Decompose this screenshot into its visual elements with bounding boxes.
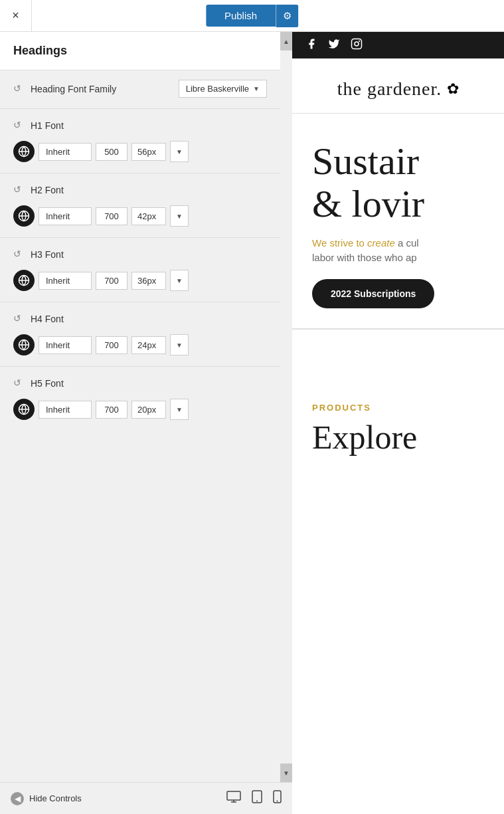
panel-title: Headings <box>13 44 67 57</box>
hide-controls-label: Hide Controls <box>29 793 82 803</box>
instagram-icon <box>351 38 363 52</box>
h4-globe-icon[interactable] <box>13 334 35 356</box>
h3-weight-input[interactable]: 700 <box>96 272 127 290</box>
h4-size-input[interactable]: 24px <box>131 336 166 354</box>
right-panel: the gardener. ✿ Sustair & lovir We striv… <box>292 32 504 814</box>
scroll-up-button[interactable]: ▲ <box>280 32 292 51</box>
h5-font-controls: Inherit 700 20px ▼ <box>13 399 267 420</box>
h2-inherit-value: Inherit <box>46 211 70 221</box>
h1-size-input[interactable]: 56px <box>131 143 166 161</box>
h4-inherit-value: Inherit <box>46 340 70 350</box>
hide-controls-button[interactable]: ◀ Hide Controls <box>0 792 92 805</box>
social-bar <box>292 32 504 58</box>
h1-font-section: ↺ H1 Font Inherit <box>0 109 280 173</box>
h2-font-controls: Inherit 700 42px ▼ <box>13 205 267 227</box>
heading-font-family-label: ↺ Heading Font Family <box>13 83 116 95</box>
h4-font-title: ↺ H4 Font <box>13 313 267 325</box>
panel-header: Headings <box>0 32 280 70</box>
h1-inherit-value: Inherit <box>46 147 70 157</box>
scroll-down-button[interactable]: ▼ <box>280 763 292 782</box>
view-buttons <box>224 787 292 809</box>
publish-area: Publish ⚙ <box>206 5 298 27</box>
h4-font-label: H4 Font <box>31 314 64 324</box>
heading-font-dropdown[interactable]: Libre Baskerville ▼ <box>179 80 267 98</box>
reset-h4-icon[interactable]: ↺ <box>13 313 25 325</box>
h5-font-title: ↺ H5 Font <box>13 377 267 389</box>
h4-inherit-dropdown[interactable]: Inherit <box>39 336 92 354</box>
hero-heading-line1: Sustair <box>312 140 484 183</box>
heading-font-value: Libre Baskerville <box>186 84 249 94</box>
h1-size-controls: 56px <box>131 143 166 161</box>
cta-button[interactable]: 2022 Subscriptions <box>312 279 434 308</box>
publish-settings-button[interactable]: ⚙ <box>276 5 298 27</box>
h2-inherit-dropdown[interactable]: Inherit <box>39 207 92 225</box>
reset-h2-icon[interactable]: ↺ <box>13 184 25 196</box>
h1-inline-controls: Inherit <box>39 143 92 161</box>
twitter-icon <box>328 38 340 52</box>
svg-rect-17 <box>352 39 362 49</box>
h3-inherit-dropdown[interactable]: Inherit <box>39 272 92 290</box>
h5-weight-input[interactable]: 700 <box>96 401 127 419</box>
brand-name: the gardener. <box>337 78 442 100</box>
desktop-view-button[interactable] <box>224 788 244 809</box>
hero-section: Sustair & lovir We strive to create a cu… <box>292 114 504 329</box>
left-panel: ▲ Headings ↺ Heading Font Family Libre B… <box>0 32 292 814</box>
h1-globe-icon[interactable] <box>13 141 35 162</box>
h4-weight-input[interactable]: 700 <box>96 336 127 354</box>
reset-heading-font-icon[interactable]: ↺ <box>13 83 25 95</box>
h4-dropdown-btn[interactable]: ▼ <box>170 334 189 356</box>
heading-font-family-section: ↺ Heading Font Family Libre Baskerville … <box>0 70 280 109</box>
hide-controls-arrow-icon: ◀ <box>11 792 24 805</box>
svg-point-19 <box>359 41 360 42</box>
h5-globe-icon[interactable] <box>13 399 35 420</box>
h3-size-input[interactable]: 36px <box>131 272 166 290</box>
products-section: PRODUCTS Explore <box>292 383 504 470</box>
h3-inherit-value: Inherit <box>46 276 70 286</box>
h2-weight-input[interactable]: 700 <box>96 207 127 225</box>
h5-dropdown-btn[interactable]: ▼ <box>170 399 189 420</box>
hero-heading-line2: & lovir <box>312 183 484 225</box>
heading-font-family-text: Heading Font Family <box>31 84 116 94</box>
h5-inherit-value: Inherit <box>46 405 70 415</box>
h2-globe-icon[interactable] <box>13 205 35 227</box>
mobile-view-button[interactable] <box>270 787 284 809</box>
h3-globe-icon[interactable] <box>13 270 35 291</box>
h4-font-section: ↺ H4 Font Inherit 700 <box>0 302 280 367</box>
h3-font-controls: Inherit 700 36px ▼ <box>13 270 267 291</box>
publish-button[interactable]: Publish <box>206 5 276 27</box>
svg-point-14 <box>256 801 258 802</box>
svg-point-18 <box>355 42 359 46</box>
h2-font-section: ↺ H2 Font Inherit 700 <box>0 173 280 238</box>
h3-dropdown-btn[interactable]: ▼ <box>170 270 189 291</box>
top-bar: × Publish ⚙ <box>0 0 504 32</box>
cta-label: 2022 Subscriptions <box>331 288 416 299</box>
h2-dropdown-btn[interactable]: ▼ <box>170 205 189 227</box>
h1-weight-input[interactable]: 500 <box>96 143 127 161</box>
h2-font-title: ↺ H2 Font <box>13 184 267 196</box>
h5-font-section: ↺ H5 Font Inherit 700 <box>0 367 280 441</box>
hero-heading: Sustair & lovir <box>312 140 484 225</box>
close-button[interactable]: × <box>0 0 32 32</box>
reset-h1-icon[interactable]: ↺ <box>13 120 25 132</box>
svg-rect-10 <box>227 791 240 800</box>
h2-size-input[interactable]: 42px <box>131 207 166 225</box>
h5-font-label: H5 Font <box>31 378 64 389</box>
h2-font-label: H2 Font <box>31 185 64 195</box>
heading-font-dropdown-arrow: ▼ <box>253 85 260 92</box>
main-area: ▲ Headings ↺ Heading Font Family Libre B… <box>0 32 504 814</box>
products-heading: Explore <box>312 418 484 457</box>
tablet-view-button[interactable] <box>249 787 265 809</box>
reset-h3-icon[interactable]: ↺ <box>13 249 25 260</box>
h3-font-label: H3 Font <box>31 249 64 260</box>
h1-inherit-dropdown[interactable]: Inherit <box>39 143 92 161</box>
reset-h5-icon[interactable]: ↺ <box>13 377 25 389</box>
h1-font-label: H1 Font <box>31 120 64 131</box>
h1-dropdown-btn[interactable]: ▼ <box>170 141 189 162</box>
h1-font-controls: Inherit 500 56px ▼ <box>13 141 267 162</box>
close-icon: × <box>12 9 19 23</box>
spacer <box>292 330 504 383</box>
h5-size-input[interactable]: 20px <box>131 401 166 419</box>
bottom-bar: ◀ Hide Controls <box>0 782 292 814</box>
facebook-icon <box>305 38 317 52</box>
h5-inherit-dropdown[interactable]: Inherit <box>39 401 92 419</box>
